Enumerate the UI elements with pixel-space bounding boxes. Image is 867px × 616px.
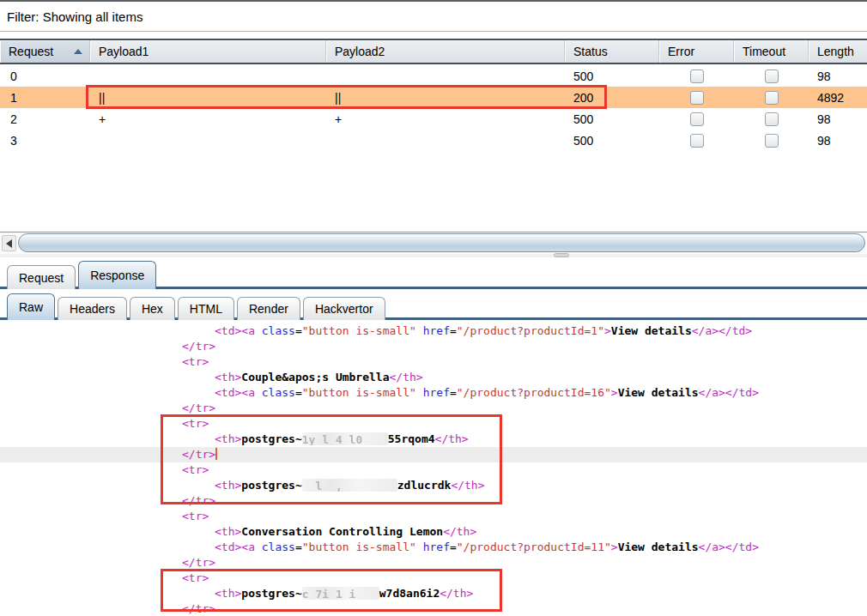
tab-response[interactable]: Response [78, 261, 156, 289]
error-checkbox[interactable] [690, 91, 704, 105]
filter-bar[interactable]: Filter: Showing all items [0, 2, 867, 32]
table-row[interactable]: 350098 [0, 130, 867, 151]
request-cell: 0 [0, 65, 90, 87]
redacted-text: l , [302, 479, 397, 492]
column-header-payload1[interactable]: Payload1 [90, 40, 326, 63]
code-line: </tr> [0, 401, 867, 416]
column-header-length[interactable]: Length [809, 40, 867, 63]
code-token: = [295, 324, 302, 337]
code-line: </tr> [0, 339, 867, 354]
code-token: "/product?productId=1" [457, 324, 604, 337]
error-cell [659, 87, 734, 108]
error-checkbox[interactable] [690, 69, 704, 83]
code-token: </a></td> [692, 324, 752, 337]
table-row[interactable]: 2++50098 [0, 108, 867, 130]
payload1-cell [90, 65, 326, 87]
column-header-timeout[interactable]: Timeout [734, 40, 809, 63]
code-token: </a></td> [699, 386, 759, 399]
code-token: <tr> [182, 355, 209, 368]
code-token: </a></td> [699, 541, 759, 553]
code-line: </tr> [0, 555, 867, 571]
tab-headers[interactable]: Headers [58, 297, 127, 320]
timeout-cell [734, 130, 809, 151]
length-cell: 98 [809, 65, 867, 87]
timeout-cell [734, 108, 809, 130]
response-raw-view[interactable]: <td><a class="button is-small" href="/pr… [0, 320, 867, 616]
code-token: </tr> [182, 556, 215, 569]
tab-request[interactable]: Request [7, 265, 76, 289]
code-token: <tr> [182, 463, 209, 476]
tab-html[interactable]: HTML [178, 297, 234, 320]
status-cell: 500 [565, 65, 659, 87]
tab-label: Request [19, 271, 64, 285]
tab-label: Hackvertor [315, 302, 373, 316]
column-header-request[interactable]: Request [0, 40, 90, 63]
tab-label: Render [249, 302, 288, 316]
code-token: Conversation Controlling Lemon [241, 525, 443, 538]
code-line: <tr> [0, 354, 867, 370]
code-token: Couple&apos;s Umbrella [241, 371, 389, 383]
payload2-cell: + [326, 108, 565, 130]
code-token: "/product?productId=16" [457, 386, 611, 399]
horizontal-scrollbar-thumb[interactable] [18, 233, 865, 252]
code-token: class [262, 541, 295, 553]
request-cell: 2 [0, 108, 90, 130]
tab-label: Headers [70, 302, 115, 316]
timeout-cell [734, 65, 809, 87]
tab-label: Hex [142, 302, 163, 316]
code-token: class [262, 324, 295, 337]
column-header-status[interactable]: Status [565, 40, 659, 63]
code-token: = [295, 386, 302, 399]
error-checkbox[interactable] [690, 134, 704, 148]
column-header-payload2[interactable]: Payload2 [326, 40, 565, 63]
status-cell: 200 [565, 87, 659, 108]
code-token: </tr> [182, 448, 215, 461]
redacted-text: 1y l 4 l0 [302, 432, 388, 445]
code-token: = [295, 541, 302, 553]
code-token: > [611, 541, 618, 553]
table-row[interactable]: 050098 [0, 65, 867, 87]
payload1-cell: || [90, 87, 326, 108]
length-cell: 98 [809, 108, 867, 130]
tab-hex[interactable]: Hex [130, 297, 175, 320]
tab-raw[interactable]: Raw [7, 293, 55, 320]
code-token: </th> [390, 371, 423, 383]
scrollbar-left-arrow-button[interactable] [2, 235, 16, 251]
error-cell [659, 130, 734, 151]
timeout-checkbox[interactable] [765, 91, 779, 105]
column-header-error[interactable]: Error [659, 40, 734, 63]
timeout-checkbox[interactable] [765, 69, 779, 83]
tab-render[interactable]: Render [237, 297, 300, 320]
code-token [416, 324, 423, 337]
redacted-text: c 7i 1 i [302, 587, 379, 600]
code-line: </tr> [0, 447, 867, 462]
code-token: <tr> [182, 571, 209, 584]
code-token: = [450, 541, 457, 553]
code-token: <td><a [215, 386, 262, 399]
code-token: "button is-small" [302, 541, 416, 553]
results-rows: 0500981||||20048922++50098350098 [0, 65, 867, 151]
code-token: </th> [443, 525, 476, 538]
tab-label: Raw [19, 300, 43, 314]
code-line: <th>Conversation Controlling Lemon</th> [0, 524, 867, 540]
code-line: <tr> [0, 462, 867, 478]
code-token: </th> [451, 479, 484, 492]
column-header-label: Payload2 [335, 45, 385, 58]
column-header-label: Timeout [743, 45, 785, 58]
timeout-checkbox[interactable] [765, 112, 779, 126]
length-cell: 98 [809, 130, 867, 151]
table-row[interactable]: 1||||2004892 [0, 87, 867, 108]
code-line: <td><a class="button is-small" href="/pr… [0, 540, 867, 555]
code-token: <tr> [182, 510, 209, 522]
code-token: <tr> [182, 417, 209, 430]
text-cursor [215, 448, 217, 460]
tab-hackvertor[interactable]: Hackvertor [303, 297, 385, 320]
code-line: <td><a class="button is-small" href="/pr… [0, 323, 867, 339]
splitter-grip-icon[interactable] [554, 253, 569, 257]
code-token: href [423, 386, 450, 399]
code-token: postgres~ [241, 587, 301, 600]
view-tabs: RawHeadersHexHTMLRenderHackvertor [0, 293, 867, 320]
panel-splitter[interactable] [0, 254, 867, 257]
error-checkbox[interactable] [690, 112, 704, 126]
timeout-checkbox[interactable] [765, 134, 779, 148]
